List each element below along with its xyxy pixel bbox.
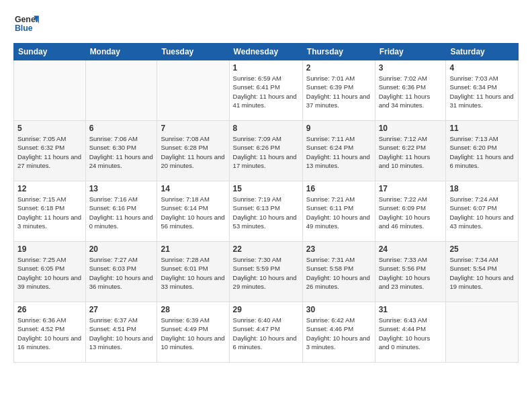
calendar-cell — [446, 302, 519, 363]
calendar-cell: 6Sunrise: 7:06 AM Sunset: 6:30 PM Daylig… — [85, 121, 157, 181]
day-info: Sunrise: 7:08 AM Sunset: 6:28 PM Dayligh… — [161, 134, 225, 170]
day-info: Sunrise: 7:03 AM Sunset: 6:34 PM Dayligh… — [449, 74, 515, 109]
calendar-cell: 16Sunrise: 7:21 AM Sunset: 6:11 PM Dayli… — [302, 181, 375, 242]
calendar-cell: 19Sunrise: 7:25 AM Sunset: 6:05 PM Dayli… — [14, 242, 86, 302]
calendar-cell: 3Sunrise: 7:02 AM Sunset: 6:36 PM Daylig… — [375, 60, 446, 121]
day-number: 12 — [17, 184, 82, 193]
calendar-cell — [85, 60, 157, 121]
day-info: Sunrise: 7:12 AM Sunset: 6:22 PM Dayligh… — [379, 134, 443, 170]
day-info: Sunrise: 7:25 AM Sunset: 6:05 PM Dayligh… — [17, 255, 82, 291]
day-info: Sunrise: 6:40 AM Sunset: 4:47 PM Dayligh… — [233, 316, 299, 351]
calendar-cell: 2Sunrise: 7:01 AM Sunset: 6:39 PM Daylig… — [302, 60, 375, 121]
day-number: 1 — [233, 63, 299, 73]
svg-text:Blue: Blue — [15, 24, 33, 33]
day-number: 9 — [306, 124, 371, 133]
calendar-cell: 21Sunrise: 7:28 AM Sunset: 6:01 PM Dayli… — [157, 242, 229, 302]
day-info: Sunrise: 7:31 AM Sunset: 5:58 PM Dayligh… — [306, 255, 371, 291]
calendar-cell: 5Sunrise: 7:05 AM Sunset: 6:32 PM Daylig… — [14, 121, 86, 181]
day-header-friday: Friday — [375, 44, 446, 60]
calendar-cell: 22Sunrise: 7:30 AM Sunset: 5:59 PM Dayli… — [229, 242, 302, 302]
day-number: 21 — [161, 244, 225, 254]
calendar-cell: 4Sunrise: 7:03 AM Sunset: 6:34 PM Daylig… — [446, 60, 519, 121]
day-header-monday: Monday — [85, 44, 157, 60]
calendar-cell: 30Sunrise: 6:42 AM Sunset: 4:46 PM Dayli… — [302, 302, 375, 363]
day-info: Sunrise: 7:21 AM Sunset: 6:11 PM Dayligh… — [306, 195, 371, 230]
calendar-cell: 9Sunrise: 7:11 AM Sunset: 6:24 PM Daylig… — [302, 121, 375, 181]
week-row-5: 26Sunrise: 6:36 AM Sunset: 4:52 PM Dayli… — [14, 302, 519, 363]
calendar-cell: 25Sunrise: 7:34 AM Sunset: 5:54 PM Dayli… — [446, 242, 519, 302]
calendar-cell: 7Sunrise: 7:08 AM Sunset: 6:28 PM Daylig… — [157, 121, 229, 181]
calendar-cell: 28Sunrise: 6:39 AM Sunset: 4:49 PM Dayli… — [157, 302, 229, 363]
calendar-cell: 24Sunrise: 7:33 AM Sunset: 5:56 PM Dayli… — [375, 242, 446, 302]
calendar-cell: 18Sunrise: 7:24 AM Sunset: 6:07 PM Dayli… — [446, 181, 519, 242]
day-number: 31 — [379, 305, 443, 314]
day-info: Sunrise: 7:18 AM Sunset: 6:14 PM Dayligh… — [161, 195, 225, 230]
day-number: 2 — [306, 63, 371, 73]
day-info: Sunrise: 7:06 AM Sunset: 6:30 PM Dayligh… — [89, 134, 154, 170]
logo: General Blue — [13, 11, 39, 36]
day-number: 14 — [161, 184, 225, 193]
logo-icon: General Blue — [13, 11, 39, 36]
week-row-2: 5Sunrise: 7:05 AM Sunset: 6:32 PM Daylig… — [14, 121, 519, 181]
day-info: Sunrise: 6:42 AM Sunset: 4:46 PM Dayligh… — [306, 316, 371, 351]
day-number: 10 — [379, 124, 443, 133]
day-info: Sunrise: 6:59 AM Sunset: 6:41 PM Dayligh… — [233, 74, 299, 109]
page-container: General Blue SundayMondayTuesdayWednesda… — [0, 0, 532, 369]
day-number: 29 — [233, 305, 299, 314]
day-info: Sunrise: 6:43 AM Sunset: 4:44 PM Dayligh… — [379, 316, 443, 351]
week-row-4: 19Sunrise: 7:25 AM Sunset: 6:05 PM Dayli… — [14, 242, 519, 302]
day-header-wednesday: Wednesday — [229, 44, 302, 60]
calendar-cell: 1Sunrise: 6:59 AM Sunset: 6:41 PM Daylig… — [229, 60, 302, 121]
day-info: Sunrise: 7:05 AM Sunset: 6:32 PM Dayligh… — [17, 134, 82, 170]
calendar-cell: 31Sunrise: 6:43 AM Sunset: 4:44 PM Dayli… — [375, 302, 446, 363]
day-number: 3 — [379, 63, 443, 73]
calendar-cell: 13Sunrise: 7:16 AM Sunset: 6:16 PM Dayli… — [85, 181, 157, 242]
day-info: Sunrise: 7:09 AM Sunset: 6:26 PM Dayligh… — [233, 134, 299, 170]
calendar-cell: 20Sunrise: 7:27 AM Sunset: 6:03 PM Dayli… — [85, 242, 157, 302]
day-header-sunday: Sunday — [14, 44, 86, 60]
calendar-table: SundayMondayTuesdayWednesdayThursdayFrid… — [13, 43, 519, 363]
day-number: 22 — [233, 244, 299, 254]
day-info: Sunrise: 6:37 AM Sunset: 4:51 PM Dayligh… — [89, 316, 154, 351]
day-number: 17 — [379, 184, 443, 193]
header: General Blue — [13, 11, 519, 36]
day-info: Sunrise: 6:36 AM Sunset: 4:52 PM Dayligh… — [17, 316, 82, 351]
day-header-saturday: Saturday — [446, 44, 519, 60]
week-row-1: 1Sunrise: 6:59 AM Sunset: 6:41 PM Daylig… — [14, 60, 519, 121]
day-info: Sunrise: 7:34 AM Sunset: 5:54 PM Dayligh… — [449, 255, 515, 291]
day-info: Sunrise: 7:11 AM Sunset: 6:24 PM Dayligh… — [306, 134, 371, 170]
day-number: 18 — [449, 184, 515, 193]
day-info: Sunrise: 7:13 AM Sunset: 6:20 PM Dayligh… — [449, 134, 515, 170]
day-info: Sunrise: 7:24 AM Sunset: 6:07 PM Dayligh… — [449, 195, 515, 230]
day-info: Sunrise: 7:01 AM Sunset: 6:39 PM Dayligh… — [306, 74, 371, 109]
day-number: 6 — [89, 124, 154, 133]
day-info: Sunrise: 7:33 AM Sunset: 5:56 PM Dayligh… — [379, 255, 443, 291]
day-number: 24 — [379, 244, 443, 254]
day-info: Sunrise: 7:28 AM Sunset: 6:01 PM Dayligh… — [161, 255, 225, 291]
day-number: 26 — [17, 305, 82, 314]
calendar-cell — [14, 60, 86, 121]
day-number: 28 — [161, 305, 225, 314]
day-number: 15 — [233, 184, 299, 193]
day-number: 7 — [161, 124, 225, 133]
calendar-cell: 26Sunrise: 6:36 AM Sunset: 4:52 PM Dayli… — [14, 302, 86, 363]
day-number: 4 — [449, 63, 515, 73]
day-number: 16 — [306, 184, 371, 193]
day-info: Sunrise: 7:16 AM Sunset: 6:16 PM Dayligh… — [89, 195, 154, 230]
day-header-tuesday: Tuesday — [157, 44, 229, 60]
day-info: Sunrise: 7:22 AM Sunset: 6:09 PM Dayligh… — [379, 195, 443, 230]
day-info: Sunrise: 7:30 AM Sunset: 5:59 PM Dayligh… — [233, 255, 299, 291]
calendar-cell: 29Sunrise: 6:40 AM Sunset: 4:47 PM Dayli… — [229, 302, 302, 363]
day-number: 13 — [89, 184, 154, 193]
day-number: 23 — [306, 244, 371, 254]
day-number: 30 — [306, 305, 371, 314]
day-header-thursday: Thursday — [302, 44, 375, 60]
calendar-header-row: SundayMondayTuesdayWednesdayThursdayFrid… — [14, 44, 519, 60]
calendar-cell: 11Sunrise: 7:13 AM Sunset: 6:20 PM Dayli… — [446, 121, 519, 181]
calendar-cell: 15Sunrise: 7:19 AM Sunset: 6:13 PM Dayli… — [229, 181, 302, 242]
calendar-cell — [157, 60, 229, 121]
day-info: Sunrise: 7:27 AM Sunset: 6:03 PM Dayligh… — [89, 255, 154, 291]
day-info: Sunrise: 7:19 AM Sunset: 6:13 PM Dayligh… — [233, 195, 299, 230]
calendar-cell: 27Sunrise: 6:37 AM Sunset: 4:51 PM Dayli… — [85, 302, 157, 363]
calendar-cell: 12Sunrise: 7:15 AM Sunset: 6:18 PM Dayli… — [14, 181, 86, 242]
